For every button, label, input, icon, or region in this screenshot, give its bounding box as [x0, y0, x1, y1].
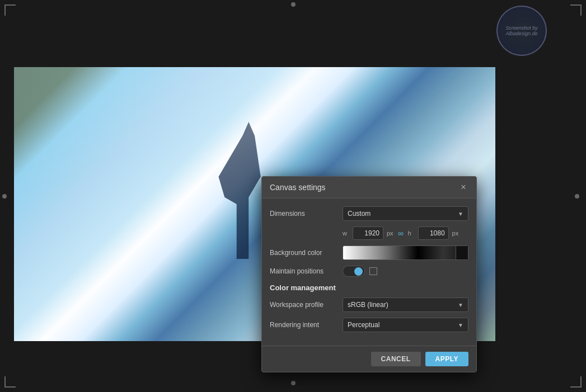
corner-tl [4, 4, 16, 16]
dimensions-dropdown[interactable]: Custom ▼ [343, 206, 468, 221]
color-preview-black [456, 246, 468, 259]
maintain-positions-square[interactable] [369, 267, 377, 275]
watermark: Screenshot by Albadesign.de [496, 6, 558, 67]
color-management-heading: Color management [270, 284, 468, 292]
link-icon[interactable]: ∞ [397, 229, 405, 238]
corner-tr [570, 4, 582, 16]
dimensions-row: Dimensions Custom ▼ [270, 206, 468, 221]
dimensions-value: Custom [348, 210, 371, 218]
maintain-positions-toggle[interactable] [343, 266, 365, 277]
rendering-intent-label: Rendering intent [270, 321, 343, 329]
height-label: h [408, 230, 415, 237]
dialog-footer: CANCEL APPLY [262, 346, 476, 372]
maintain-positions-row: Maintain positions [270, 266, 468, 277]
workspace-profile-label: Workspace profile [270, 301, 343, 309]
corner-br [570, 376, 582, 388]
dimensions-label: Dimensions [270, 210, 343, 218]
cancel-button[interactable]: CANCEL [371, 352, 421, 366]
maintain-positions-label: Maintain positions [270, 267, 343, 275]
workspace-profile-value: sRGB (linear) [348, 301, 388, 309]
width-label: w [343, 230, 349, 237]
width-input[interactable] [353, 226, 383, 240]
toggle-thumb [354, 267, 363, 276]
workspace-profile-dropdown[interactable]: sRGB (linear) ▼ [343, 297, 468, 312]
maintain-positions-controls [343, 266, 377, 277]
dialog-header: Canvas settings × [262, 177, 476, 199]
rendering-intent-arrow: ▼ [458, 322, 463, 328]
workspace-profile-row: Workspace profile sRGB (linear) ▼ [270, 297, 468, 312]
rendering-intent-value: Perceptual [348, 321, 379, 329]
apply-button[interactable]: APPLY [425, 352, 468, 366]
handle-right [575, 194, 579, 199]
background-color-preview[interactable] [343, 245, 468, 260]
handle-left [2, 194, 7, 199]
dialog-close-button[interactable]: × [458, 182, 468, 192]
background-color-row: Background color [270, 245, 468, 260]
height-input[interactable] [418, 226, 449, 240]
dialog-title: Canvas settings [270, 183, 326, 192]
background-color-label: Background color [270, 249, 343, 257]
corner-bl [4, 376, 16, 388]
canvas-settings-dialog: Canvas settings × Dimensions Custom ▼ w … [261, 176, 477, 372]
rendering-intent-row: Rendering intent Perceptual ▼ [270, 318, 468, 332]
width-unit: px [387, 230, 393, 237]
wh-row: w px ∞ h px [270, 226, 468, 240]
height-unit: px [452, 230, 459, 237]
dialog-body: Dimensions Custom ▼ w px ∞ h px Backgrou… [262, 199, 476, 346]
dimensions-dropdown-arrow: ▼ [458, 211, 463, 217]
handle-bottom [291, 381, 296, 385]
watermark-text: Screenshot by Albadesign.de [498, 25, 546, 36]
workspace-profile-arrow: ▼ [458, 302, 463, 308]
handle-top [291, 2, 296, 7]
rendering-intent-dropdown[interactable]: Perceptual ▼ [343, 318, 468, 332]
